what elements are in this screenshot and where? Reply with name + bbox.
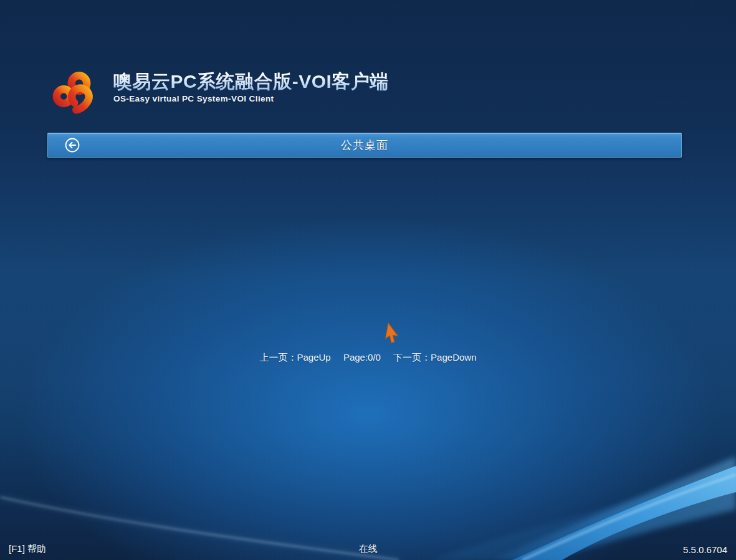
circle-arrow-left-icon	[64, 137, 80, 153]
os-easy-cloud-logo-icon	[51, 69, 105, 116]
pager-hint: 上一页：PageUp Page:0/0 下一页：PageDown	[0, 352, 736, 364]
version-label: 5.5.0.6704	[683, 544, 727, 555]
back-button[interactable]	[64, 137, 80, 153]
pager-prev-hint: 上一页：PageUp	[259, 352, 330, 363]
desktop-group-bar[interactable]: 公共桌面	[47, 133, 682, 158]
app-title: 噢易云PC系统融合版-VOI客户端	[113, 70, 389, 93]
pager-next-hint: 下一页：PageDown	[393, 352, 476, 363]
app-header: 噢易云PC系统融合版-VOI客户端 OS-Easy virtual PC Sys…	[51, 69, 389, 116]
status-bar: [F1] 帮助 在线 5.5.0.6704	[0, 543, 736, 555]
mouse-cursor-icon	[383, 322, 403, 346]
pager-page-indicator: Page:0/0	[343, 352, 381, 363]
app-subtitle: OS-Easy virtual PC System-VOI Client	[113, 94, 389, 103]
brand-text-block: 噢易云PC系统融合版-VOI客户端 OS-Easy virtual PC Sys…	[113, 69, 389, 103]
connection-status: 在线	[0, 543, 736, 555]
group-bar-label: 公共桌面	[48, 138, 681, 153]
voi-client-screen: 噢易云PC系统融合版-VOI客户端 OS-Easy virtual PC Sys…	[0, 0, 736, 560]
